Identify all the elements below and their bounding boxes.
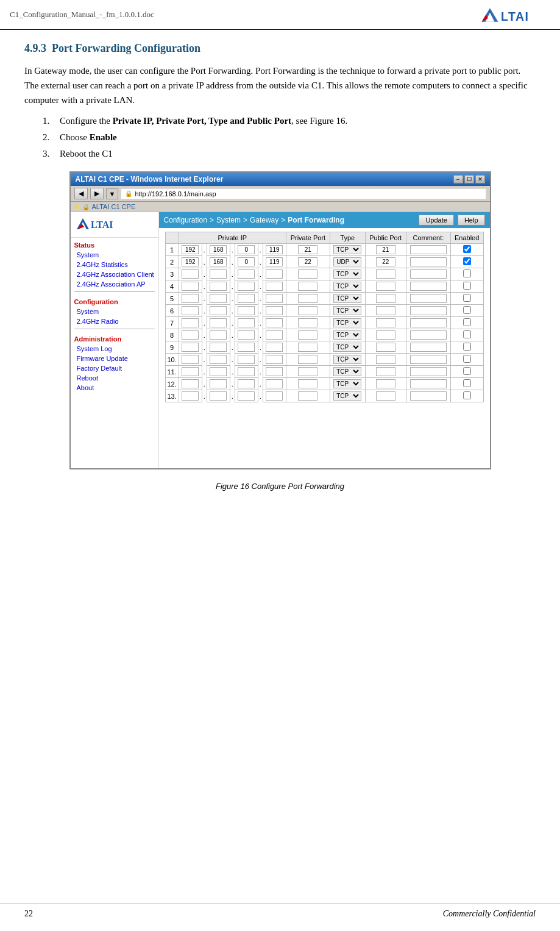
row-7-type-select[interactable]: TCPUDP (333, 318, 361, 327)
restore-button[interactable]: ☐ (464, 175, 474, 184)
row-6-ip3-input[interactable] (238, 306, 255, 315)
row-13-public-port-input[interactable] (376, 391, 395, 401)
row-5-ip3-input[interactable] (238, 294, 255, 303)
row-4-comment-input[interactable] (410, 282, 447, 291)
row-11-type-select[interactable]: TCPUDP (333, 367, 361, 376)
row-6-enabled-checkbox[interactable] (463, 306, 471, 314)
help-button[interactable]: Help (458, 215, 485, 226)
row-9-enabled-checkbox[interactable] (463, 343, 471, 351)
sidebar-item-24ghz-radio[interactable]: 2.4GHz Radio (71, 316, 158, 326)
row-10-public-port-input[interactable] (376, 355, 395, 364)
row-4-ip4-input[interactable] (266, 282, 283, 291)
row-13-type-select[interactable]: TCPUDP (333, 391, 361, 401)
row-4-ip3-input[interactable] (238, 282, 255, 291)
row-12-type-select[interactable]: TCPUDP (333, 379, 361, 388)
row-13-ip3-input[interactable] (238, 391, 255, 401)
row-5-ip4-input[interactable] (266, 294, 283, 303)
row-2-public-port-input[interactable] (376, 257, 395, 266)
row-12-ip1-input[interactable] (182, 379, 199, 388)
row-5-type-select[interactable]: TCPUDP (333, 294, 361, 303)
row-7-ip4-input[interactable] (266, 318, 283, 327)
row-4-type-select[interactable]: TCPUDP (333, 282, 361, 291)
breadcrumb-configuration[interactable]: Configuration (164, 216, 207, 224)
row-8-ip3-input[interactable] (238, 330, 255, 340)
row-10-type-select[interactable]: TCPUDP (333, 355, 361, 364)
row-3-ip4-input[interactable] (266, 269, 283, 279)
row-3-type-select[interactable]: TCPUDP (333, 269, 361, 279)
row-6-private-port-input[interactable] (298, 306, 317, 315)
row-6-ip2-input[interactable] (210, 306, 227, 315)
row-2-type-select[interactable]: TCPUDP (333, 257, 361, 266)
sidebar-item-factory-default[interactable]: Factory Default (71, 363, 158, 373)
row-10-private-port-input[interactable] (298, 355, 317, 364)
row-9-ip4-input[interactable] (266, 343, 283, 352)
row-1-comment-input[interactable] (410, 245, 447, 254)
row-4-private-port-input[interactable] (298, 282, 317, 291)
row-4-ip1-input[interactable] (182, 282, 199, 291)
row-11-public-port-input[interactable] (376, 367, 395, 376)
row-4-public-port-input[interactable] (376, 282, 395, 291)
row-3-ip2-input[interactable] (210, 269, 227, 279)
row-13-comment-input[interactable] (410, 391, 447, 401)
row-10-ip2-input[interactable] (210, 355, 227, 364)
back-button[interactable]: ◀ (74, 188, 88, 199)
row-1-enabled-checkbox[interactable] (463, 245, 471, 253)
row-9-type-select[interactable]: TCPUDP (333, 343, 361, 352)
sidebar-item-system-status[interactable]: System (71, 250, 158, 260)
row-8-type-select[interactable]: TCPUDP (333, 330, 361, 340)
row-7-private-port-input[interactable] (298, 318, 317, 327)
sidebar-item-firmware-update[interactable]: Firmware Update (71, 354, 158, 363)
row-2-ip1-input[interactable] (182, 257, 199, 266)
row-8-ip1-input[interactable] (182, 330, 199, 340)
row-10-ip1-input[interactable] (182, 355, 199, 364)
row-9-ip3-input[interactable] (238, 343, 255, 352)
row-5-comment-input[interactable] (410, 294, 447, 303)
row-1-public-port-input[interactable] (376, 245, 395, 254)
row-10-comment-input[interactable] (410, 355, 447, 364)
row-5-public-port-input[interactable] (376, 294, 395, 303)
breadcrumb-gateway[interactable]: Gateway (250, 216, 278, 224)
row-3-enabled-checkbox[interactable] (463, 269, 471, 277)
row-13-ip2-input[interactable] (210, 391, 227, 401)
dropdown-button[interactable]: ▼ (106, 188, 119, 199)
row-11-ip4-input[interactable] (266, 367, 283, 376)
row-7-comment-input[interactable] (410, 318, 447, 327)
row-5-enabled-checkbox[interactable] (463, 294, 471, 302)
row-7-ip3-input[interactable] (238, 318, 255, 327)
row-12-private-port-input[interactable] (298, 379, 317, 388)
row-2-ip3-input[interactable] (238, 257, 255, 266)
row-7-public-port-input[interactable] (376, 318, 395, 327)
row-8-public-port-input[interactable] (376, 330, 395, 340)
row-11-ip3-input[interactable] (238, 367, 255, 376)
sidebar-item-system-config[interactable]: System (71, 307, 158, 316)
row-10-ip3-input[interactable] (238, 355, 255, 364)
row-3-comment-input[interactable] (410, 269, 447, 279)
row-7-ip2-input[interactable] (210, 318, 227, 327)
row-4-enabled-checkbox[interactable] (463, 282, 471, 290)
row-3-public-port-input[interactable] (376, 269, 395, 279)
row-13-enabled-checkbox[interactable] (463, 391, 471, 399)
row-1-ip4-input[interactable] (266, 245, 283, 254)
row-1-ip2-input[interactable] (210, 245, 227, 254)
row-5-ip1-input[interactable] (182, 294, 199, 303)
row-8-ip2-input[interactable] (210, 330, 227, 340)
row-9-private-port-input[interactable] (298, 343, 317, 352)
row-12-public-port-input[interactable] (376, 379, 395, 388)
row-9-ip1-input[interactable] (182, 343, 199, 352)
minimize-button[interactable]: – (453, 175, 463, 184)
row-8-ip4-input[interactable] (266, 330, 283, 340)
row-7-enabled-checkbox[interactable] (463, 318, 471, 326)
row-11-ip1-input[interactable] (182, 367, 199, 376)
row-12-comment-input[interactable] (410, 379, 447, 388)
row-12-ip4-input[interactable] (266, 379, 283, 388)
row-12-ip2-input[interactable] (210, 379, 227, 388)
row-3-ip1-input[interactable] (182, 269, 199, 279)
row-11-ip2-input[interactable] (210, 367, 227, 376)
row-11-enabled-checkbox[interactable] (463, 367, 471, 375)
row-1-type-select[interactable]: TCPUDP (333, 245, 361, 254)
row-8-private-port-input[interactable] (298, 330, 317, 340)
row-6-comment-input[interactable] (410, 306, 447, 315)
update-button[interactable]: Update (419, 215, 453, 226)
sidebar-item-24ghz-assoc-ap[interactable]: 2.4GHz Association AP (71, 279, 158, 289)
row-4-ip2-input[interactable] (210, 282, 227, 291)
